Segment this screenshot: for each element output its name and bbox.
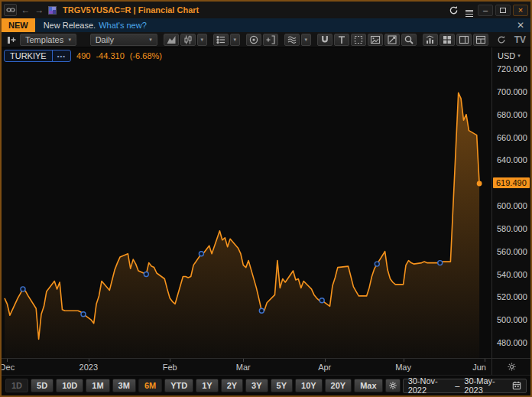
y-axis-label: 720.000 [497,64,527,73]
series-legend: TURKIYE ••• 490 -44.310 (-6.68%) [4,50,162,62]
event-marker[interactable] [21,287,25,291]
series-chip[interactable]: TURKIYE ••• [4,50,71,62]
event-marker[interactable] [320,298,324,303]
last-price-dot [477,181,482,187]
layout-grid-button[interactable] [440,34,455,46]
y-axis-label: 580.000 [497,224,527,233]
period-button-max[interactable]: Max [354,379,382,392]
zoom-tool-button[interactable] [401,34,417,46]
currency-label: USD [498,51,515,60]
period-button-20y[interactable]: 20Y [325,379,352,392]
close-button[interactable]: × [513,5,528,16]
period-button-5d[interactable]: 5D [31,379,54,392]
x-axis-label: Feb [163,363,177,372]
period-button-10d[interactable]: 10D [56,379,83,392]
templates-dropdown[interactable]: Templates ▾ [20,34,76,46]
forward-arrow-icon[interactable]: → [34,4,44,16]
y-axis-label: 480.000 [497,338,527,347]
chart-type-area-button[interactable] [164,34,179,46]
price-plot[interactable]: TURKIYE ••• 490 -44.310 (-6.68%) [2,47,491,358]
details-panel-button[interactable] [473,34,488,46]
period-button-3y[interactable]: 3Y [245,379,268,392]
period-button-1m[interactable]: 1M [86,379,109,392]
x-axis-label: Jun [472,363,486,372]
period-button-1d: 1D [5,379,28,392]
x-axis-label: 2023 [79,363,98,372]
indicators-chevron-icon[interactable]: ▾ [230,34,240,46]
y-axis-label: 560.000 [497,247,527,256]
text-tool-icon[interactable] [334,34,349,46]
date-range-picker[interactable]: 30-Nov-2022 – 30-May-2023 [403,379,527,393]
period-button-10y[interactable]: 10Y [295,379,323,392]
x-axis-tick [485,359,485,362]
series-last-value: 490 [76,51,90,60]
series-more-icon[interactable]: ••• [52,50,70,61]
period-button-ytd[interactable]: YTD [164,379,193,392]
event-marker[interactable] [375,262,379,266]
minimize-button[interactable]: – [478,5,493,16]
notification-bar: NEW New Release. What's new? ✕ [2,18,530,32]
event-marker[interactable] [199,252,203,256]
period-button-5y[interactable]: 5Y [271,379,293,392]
x-axis-label: Dec [0,363,15,372]
candlestick-chevron-icon[interactable]: ▾ [197,34,207,46]
x-axis-tick [7,359,8,362]
x-axis-label: Mar [236,363,251,372]
y-axis[interactable]: USD ▾ 619.490 480.000500.000520.000540.0… [491,47,530,375]
window-title: TRGV5YUSAC=R | Financial Chart [63,5,199,15]
app-icon [48,6,57,15]
flip-tool-button[interactable] [384,34,400,46]
candlestick-button[interactable] [180,34,196,46]
whats-new-link[interactable]: What's new? [99,21,147,30]
title-bar: ← → TRGV5YUSAC=R | Financial Chart – × [2,2,530,18]
period-bar: 1D5D10D1M3M6MYTD1Y2Y3Y5Y10Y20YMax 30-Nov… [2,375,530,395]
axis-settings-footer [492,358,530,375]
side-panel-button[interactable] [456,34,472,46]
period-button-3m[interactable]: 3M [112,379,136,392]
axis-settings-gear-icon[interactable] [507,362,517,372]
add-axis-button[interactable] [263,34,278,46]
chart-area: TURKIYE ••• 490 -44.310 (-6.68%) Dec2023… [2,47,530,375]
x-axis-label: May [395,363,411,372]
event-marker[interactable] [144,272,148,277]
y-axis-label: 540.000 [497,270,527,279]
x-axis-tick [243,359,244,362]
indicators-button[interactable] [213,34,229,46]
image-tool-button[interactable] [368,34,383,46]
x-axis-tick [404,359,404,362]
events-button[interactable] [246,34,261,46]
price-area [5,93,479,358]
currency-dropdown[interactable]: USD ▾ [498,51,521,60]
magnet-snap-button[interactable] [317,34,332,46]
notification-message: New Release. [44,21,96,30]
interval-dropdown[interactable]: Daily ▾ [90,34,157,46]
period-settings-gear-icon[interactable] [385,379,401,392]
event-marker[interactable] [259,308,264,313]
chart-toolbar: Templates ▾ Daily ▾ ▾ ▾ [2,32,530,47]
event-marker[interactable] [438,261,443,265]
menu-icon[interactable] [462,4,475,16]
event-marker[interactable] [81,312,86,317]
period-button-6m[interactable]: 6M [138,379,162,392]
notification-close-icon[interactable]: ✕ [517,20,524,31]
maximize-button[interactable] [495,5,511,16]
add-chart-icon[interactable] [5,34,18,46]
chart-style-button[interactable] [423,34,438,46]
interval-label: Daily [96,35,114,44]
calendar-icon [512,381,521,390]
y-axis-label: 660.000 [497,133,527,142]
period-button-2y[interactable]: 2Y [221,379,243,392]
reload-chart-icon[interactable] [495,34,508,46]
link-channel-icon[interactable] [4,4,17,16]
x-axis-tick [325,359,326,362]
selection-tool-button[interactable] [351,34,366,46]
x-axis[interactable]: Dec2023FebMarAprMayJun [2,358,491,375]
compare-chevron-icon[interactable]: ▾ [301,34,311,46]
period-button-1y[interactable]: 1Y [196,379,218,392]
refresh-icon[interactable] [447,4,460,16]
y-axis-label: 600.000 [497,201,527,210]
series-values: 490 -44.310 (-6.68%) [76,51,162,60]
chevron-down-icon: ▾ [68,37,71,43]
back-arrow-icon[interactable]: ← [21,4,31,16]
compare-button[interactable] [284,34,300,46]
